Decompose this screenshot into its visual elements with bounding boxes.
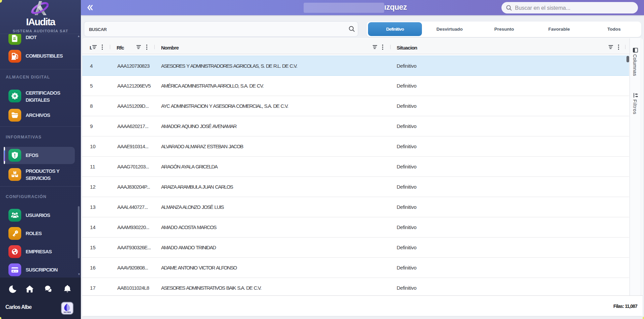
- svg-text:SIO RED: SIO RED: [64, 311, 71, 313]
